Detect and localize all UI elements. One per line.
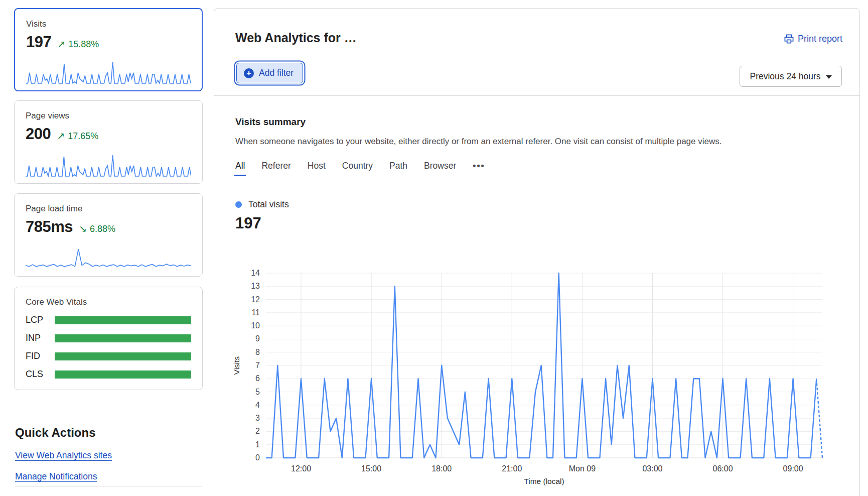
svg-text:14: 14 bbox=[251, 269, 260, 277]
cwv-row-lcp: LCP bbox=[26, 315, 191, 325]
trend-up: ↗17.65% bbox=[57, 130, 98, 142]
quick-actions-title: Quick Actions bbox=[15, 426, 203, 440]
web-analytics-panel: Web Analytics for … Print report + Add f… bbox=[214, 8, 860, 496]
svg-text:5: 5 bbox=[255, 388, 260, 396]
manage-notifications-link[interactable]: Manage Notifications bbox=[15, 471, 203, 482]
print-report-button[interactable]: Print report bbox=[784, 34, 842, 44]
quick-actions: Quick Actions View Web Analytics sites M… bbox=[15, 426, 203, 482]
cwv-row-fid: FID bbox=[26, 351, 191, 361]
svg-text:1: 1 bbox=[255, 440, 260, 449]
svg-text:Visits: Visits bbox=[232, 356, 241, 375]
plus-icon: + bbox=[244, 68, 254, 78]
page-title: Web Analytics for … bbox=[235, 31, 357, 45]
metric-value: 200 bbox=[26, 125, 51, 143]
visits-line-chart: 0123456789101112131412:0015:0018:0021:00… bbox=[228, 260, 845, 495]
cwv-bar-good bbox=[55, 316, 191, 324]
svg-text:15:00: 15:00 bbox=[361, 464, 381, 473]
svg-text:2: 2 bbox=[255, 427, 260, 435]
sidebar: Visits 197 ↗15.88% Page views 200 ↗17.65… bbox=[14, 0, 204, 496]
total-visits-value: 197 bbox=[235, 214, 261, 232]
svg-text:13: 13 bbox=[251, 282, 260, 290]
tab-browser[interactable]: Browser bbox=[424, 161, 456, 176]
svg-text:8: 8 bbox=[255, 348, 260, 356]
core-web-vitals-card: Core Web Vitals LCP INP FID CLS bbox=[14, 287, 203, 390]
svg-text:10: 10 bbox=[251, 321, 260, 330]
cwv-bar-good bbox=[55, 352, 191, 360]
add-filter-button[interactable]: + Add filter bbox=[236, 63, 303, 83]
svg-text:12:00: 12:00 bbox=[291, 464, 311, 473]
page-load-sparkline bbox=[26, 247, 191, 270]
section-description: When someone navigates to your website, … bbox=[235, 137, 827, 147]
cwv-label: CLS bbox=[26, 369, 55, 380]
tab-all[interactable]: All bbox=[235, 161, 245, 176]
svg-text:06:00: 06:00 bbox=[713, 464, 733, 473]
svg-text:Time (local): Time (local) bbox=[524, 477, 564, 485]
chart-legend: Total visits bbox=[235, 199, 289, 210]
svg-text:Mon 09: Mon 09 bbox=[569, 464, 596, 473]
svg-text:9: 9 bbox=[255, 334, 260, 343]
trend-up-icon: ↗ bbox=[57, 39, 65, 49]
tab-more-icon[interactable]: ••• bbox=[473, 161, 485, 176]
tab-country[interactable]: Country bbox=[342, 161, 373, 176]
sidebar-divider bbox=[15, 486, 202, 486]
svg-text:03:00: 03:00 bbox=[642, 464, 662, 473]
trend-down-icon: ↘ bbox=[79, 223, 87, 234]
tab-path[interactable]: Path bbox=[389, 161, 407, 176]
svg-text:12: 12 bbox=[251, 295, 260, 304]
metric-card-page-load-time[interactable]: Page load time 785ms ↘6.88% bbox=[14, 193, 203, 277]
section-title: Visits summary bbox=[235, 116, 306, 128]
cwv-bar-good bbox=[55, 334, 191, 342]
dimension-tabs: All Referer Host Country Path Browser ••… bbox=[235, 161, 485, 176]
svg-text:09:00: 09:00 bbox=[783, 464, 803, 473]
svg-text:11: 11 bbox=[251, 308, 260, 317]
svg-text:0: 0 bbox=[255, 453, 260, 462]
printer-icon bbox=[784, 34, 794, 44]
trend-up: ↗15.88% bbox=[57, 38, 99, 50]
trend-down: ↘6.88% bbox=[79, 223, 115, 234]
svg-text:6: 6 bbox=[255, 374, 260, 383]
svg-text:3: 3 bbox=[255, 414, 260, 422]
metric-value: 785ms bbox=[26, 218, 73, 236]
view-web-analytics-sites-link[interactable]: View Web Analytics sites bbox=[15, 450, 203, 461]
metric-card-page-views[interactable]: Page views 200 ↗17.65% bbox=[14, 100, 203, 184]
svg-text:18:00: 18:00 bbox=[431, 464, 452, 473]
add-filter-label: Add filter bbox=[259, 68, 294, 78]
cwv-label: FID bbox=[26, 351, 55, 361]
svg-text:21:00: 21:00 bbox=[502, 464, 522, 473]
time-range-dropdown[interactable]: Previous 24 hours bbox=[740, 66, 842, 87]
metric-title: Page load time bbox=[26, 204, 191, 214]
cwv-label: INP bbox=[26, 333, 55, 343]
page-views-sparkline bbox=[26, 154, 191, 177]
cwv-label: LCP bbox=[26, 315, 55, 325]
cwv-row-inp: INP bbox=[26, 333, 191, 343]
print-report-label: Print report bbox=[798, 34, 842, 44]
legend-dot-icon bbox=[235, 201, 242, 208]
trend-up-icon: ↗ bbox=[57, 131, 65, 141]
metric-value: 197 bbox=[26, 33, 51, 51]
metric-title: Page views bbox=[26, 111, 191, 121]
tab-referer[interactable]: Referer bbox=[261, 161, 291, 176]
svg-text:7: 7 bbox=[255, 361, 260, 369]
cwv-row-cls: CLS bbox=[26, 369, 191, 380]
metric-card-visits[interactable]: Visits 197 ↗15.88% bbox=[14, 8, 203, 91]
chevron-down-icon bbox=[826, 75, 832, 79]
cwv-bar-good bbox=[55, 370, 191, 379]
tab-host[interactable]: Host bbox=[308, 161, 326, 176]
metric-title: Visits bbox=[26, 19, 191, 29]
header-divider bbox=[214, 95, 859, 96]
svg-text:4: 4 bbox=[255, 401, 260, 409]
core-web-vitals-title: Core Web Vitals bbox=[26, 297, 191, 307]
time-range-value: Previous 24 hours bbox=[750, 71, 820, 82]
legend-label: Total visits bbox=[248, 199, 289, 210]
visits-sparkline bbox=[26, 61, 191, 84]
